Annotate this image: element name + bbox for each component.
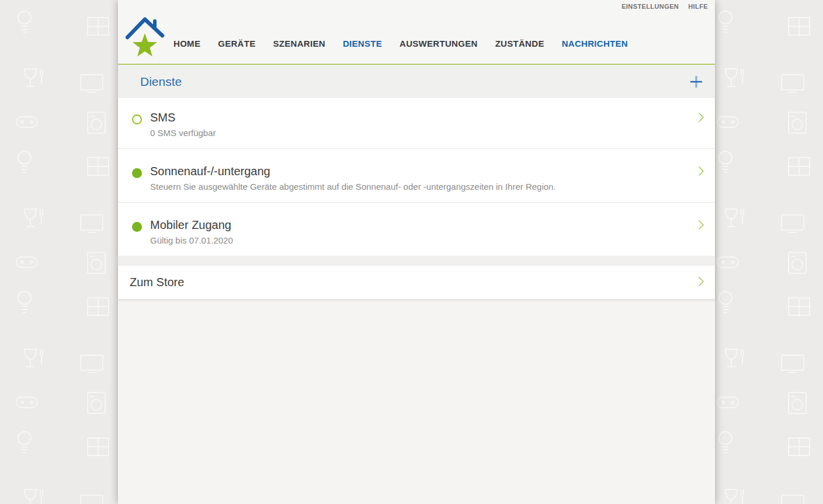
nav-dienste[interactable]: DIENSTE <box>343 39 382 48</box>
section-gap <box>118 256 715 266</box>
service-status-dot <box>132 168 142 178</box>
service-subtitle: 0 SMS verfügbar <box>150 127 680 139</box>
main-navigation: HOME GERÄTE SZENARIEN DIENSTE AUSWERTUNG… <box>173 39 628 48</box>
store-link-row[interactable]: Zum Store <box>118 266 715 299</box>
chevron-right-icon <box>698 220 704 232</box>
service-row-mobile-access[interactable]: Mobiler Zugang Gültig bis 07.01.2020 <box>118 202 715 256</box>
service-title: SMS <box>150 110 680 125</box>
help-link[interactable]: HILFE <box>688 3 708 10</box>
settings-link[interactable]: EINSTELLUNGEN <box>621 3 679 10</box>
nav-home[interactable]: HOME <box>173 39 200 48</box>
app-header: EINSTELLUNGEN HILFE HOME GERÄTE SZENARIE… <box>118 0 715 64</box>
service-status-dot <box>132 114 142 124</box>
service-subtitle: Gültig bis 07.01.2020 <box>150 234 680 246</box>
service-row-sunrise-sunset[interactable]: Sonnenauf-/-untergang Steuern Sie ausgew… <box>118 148 715 202</box>
nav-geraete[interactable]: GERÄTE <box>218 39 255 48</box>
service-list: SMS 0 SMS verfügbar Sonnenauf-/-untergan… <box>118 98 715 256</box>
service-title: Sonnenauf-/-untergang <box>150 164 680 179</box>
utility-links: EINSTELLUNGEN HILFE <box>621 3 708 10</box>
nav-szenarien[interactable]: SZENARIEN <box>273 39 325 48</box>
chevron-right-icon <box>698 276 704 289</box>
store-label: Zum Store <box>130 276 184 289</box>
smarthome-logo[interactable] <box>126 9 165 60</box>
nav-nachrichten[interactable]: NACHRICHTEN <box>562 39 628 48</box>
nav-auswertungen[interactable]: AUSWERTUNGEN <box>400 39 478 48</box>
add-service-button[interactable] <box>688 74 704 90</box>
chevron-right-icon <box>698 112 704 125</box>
section-header: Dienste <box>118 65 715 98</box>
page-title: Dienste <box>140 75 182 89</box>
service-row-sms[interactable]: SMS 0 SMS verfügbar <box>118 98 715 148</box>
main-content-panel: EINSTELLUNGEN HILFE HOME GERÄTE SZENARIE… <box>118 0 715 504</box>
nav-zustaende[interactable]: ZUSTÄNDE <box>495 39 544 48</box>
service-title: Mobiler Zugang <box>150 217 680 232</box>
service-subtitle: Steuern Sie ausgewählte Geräte abgestimm… <box>150 180 680 193</box>
plus-icon <box>689 75 703 89</box>
chevron-right-icon <box>698 166 704 179</box>
service-status-dot <box>132 222 142 232</box>
star-icon <box>133 33 157 57</box>
